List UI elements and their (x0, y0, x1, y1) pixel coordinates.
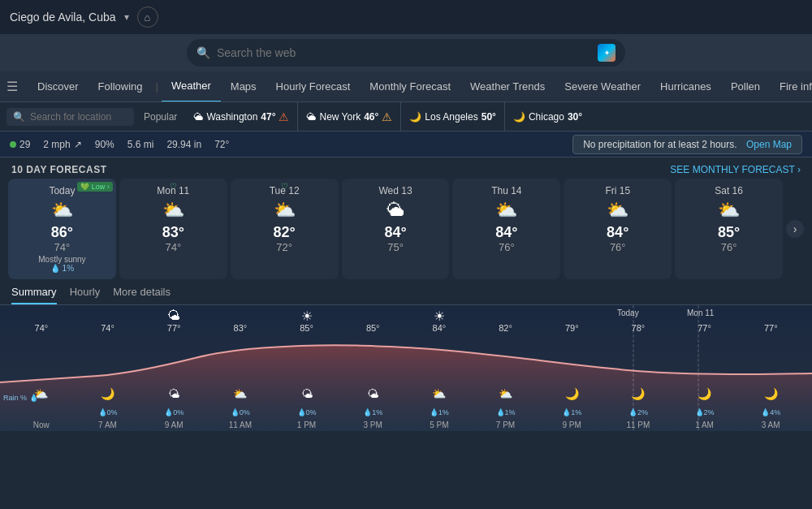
time-9: 11 PM (605, 421, 672, 429)
heart-icon-tue12: ♡ (281, 182, 288, 191)
nav-item-pollen[interactable]: Pollen (721, 71, 770, 102)
chart-temp-6: 84° (406, 323, 473, 333)
forecast-low-tue12: 72° (235, 241, 334, 253)
nav-item-hurricanes[interactable]: Hurricanes (650, 71, 721, 102)
dew-stat: 72° (214, 139, 229, 150)
forecast-icon-mon11: ⛅ (124, 200, 222, 221)
open-map-button[interactable]: Open Map (746, 139, 792, 150)
chart-temp-9: 78° (605, 323, 672, 333)
nav-item-following[interactable]: Following (89, 71, 153, 102)
forecast-icon-today: ⛅ (13, 200, 111, 221)
chart-temp-1: 74° (75, 323, 141, 333)
sun-icon-11 (737, 308, 804, 324)
forecast-day-thu14: Thu 14 (457, 185, 555, 196)
stats-row: 29 2 mph ↗ 90% 5.6 mi 29.94 in 72° No pr… (0, 132, 812, 157)
rain-11: 💧4% (737, 408, 804, 416)
sun-icon-7 (473, 308, 539, 324)
rain-2: 💧0% (140, 408, 207, 416)
location-chicago[interactable]: 🌙 Chicago 30° (505, 102, 590, 132)
chevron-down-icon[interactable]: ▾ (124, 11, 129, 23)
rain-9: 💧2% (605, 408, 672, 416)
visibility-value: 5.6 mi (127, 139, 154, 150)
time-7: 7 PM (473, 421, 539, 429)
forecast-icon-thu14: ⛅ (457, 200, 555, 221)
nav-item-discover[interactable]: Discover (28, 71, 89, 102)
forecast-low-wed13: 75° (347, 241, 445, 253)
monthly-forecast-link[interactable]: SEE MONTHLY FORECAST › (670, 164, 801, 175)
popular-label: Popular (144, 111, 177, 123)
time-6: 5 PM (406, 421, 473, 429)
forecast-high-fri15: 84° (568, 224, 667, 241)
sun-icon-1 (75, 308, 141, 324)
location-newyork[interactable]: 🌥 New York 46° ⚠ (298, 102, 401, 132)
forecast-card-thu14: Thu 14 ⛅ 84° 76° (452, 179, 560, 279)
tab-more-details[interactable]: More details (113, 286, 171, 304)
sun-icon-6: ☀ (406, 308, 473, 324)
forecast-low-thu14: 76° (457, 241, 555, 253)
chart-temp-8: 79° (538, 323, 605, 333)
chicago-name: Chicago (529, 111, 564, 123)
forecast-day-fri15: Fri 15 (568, 185, 667, 196)
search-input[interactable] (217, 46, 591, 59)
precip-text: No precipitation for at least 2 hours. (583, 139, 736, 150)
rain-1: 💧0% (75, 408, 141, 416)
nav-item-trends[interactable]: Weather Trends (460, 71, 555, 102)
forecast-cards-container: Today ⛅ 86° 74° Mostly sunny 💧 1% 💚 Low … (0, 179, 812, 279)
low-badge[interactable]: 💚 Low › (77, 182, 113, 192)
chart-icon-9: 🌙 (605, 387, 672, 400)
rain-4: 💧0% (274, 408, 340, 416)
nav-item-fire[interactable]: Fire information (770, 71, 812, 102)
chart-temp-2: 77° (140, 323, 207, 333)
time-0: Now (8, 421, 75, 429)
location-label: Ciego de Avila, Cuba (10, 11, 116, 24)
hamburger-icon[interactable]: ☰ (6, 79, 18, 94)
time-row: Now 7 AM 9 AM 11 AM 1 PM 3 PM 5 PM 7 PM … (0, 421, 812, 429)
location-search-input[interactable] (30, 111, 127, 123)
rain-label-static: Rain % 💧 -- (3, 394, 45, 402)
location-losangeles[interactable]: 🌙 Los Angeles 50° (401, 102, 505, 132)
home-button[interactable]: ⌂ (137, 6, 158, 28)
newyork-name: New York (319, 111, 361, 123)
forecast-high-wed13: 84° (347, 224, 445, 241)
chart-icon-10: 🌙 (672, 387, 738, 400)
chart-temp-10: 77° (672, 323, 738, 333)
forecast-icon-sat16: ⛅ (680, 200, 778, 221)
forecast-low-fri15: 76° (568, 241, 667, 253)
nav-item-hourly[interactable]: Hourly Forecast (266, 71, 361, 102)
rain-10: 💧2% (672, 408, 738, 416)
tab-hourly[interactable]: Hourly (70, 286, 101, 304)
dew-value: 72° (214, 139, 229, 150)
nav-bar: ☰ Discover Following | Weather Maps Hour… (0, 71, 812, 102)
forecast-card-sat16: Sat 16 ⛅ 85° 76° (675, 179, 783, 279)
chart-icon-2: 🌤 (140, 387, 207, 400)
forecast-card-today: Today ⛅ 86° 74° Mostly sunny 💧 1% 💚 Low … (8, 179, 116, 279)
nav-item-maps[interactable]: Maps (221, 71, 266, 102)
location-washington[interactable]: 🌥 Washington 47° ⚠ (185, 102, 298, 132)
nav-item-weather[interactable]: Weather (162, 71, 221, 102)
forecast-icon-wed13: 🌥 (347, 200, 445, 221)
chart-weather-icons: ⛅ 🌙 🌤 ⛅ 🌤 🌤 ⛅ ⛅ 🌙 🌙 🌙 🌙 (0, 387, 812, 400)
nav-item-monthly[interactable]: Monthly Forecast (360, 71, 460, 102)
aqi-stat: 29 (10, 139, 30, 150)
forecast-header: 10 DAY FORECAST SEE MONTHLY FORECAST › (0, 157, 812, 179)
rain-5: 💧1% (339, 408, 406, 416)
chart-icon-3: ⛅ (207, 387, 274, 400)
sun-icon-2: 🌤 (140, 308, 207, 324)
search-container: 🔍 ✦ (187, 39, 625, 67)
rain-6: 💧1% (406, 408, 473, 416)
time-10: 1 AM (672, 421, 738, 429)
rain-7: 💧1% (473, 408, 539, 416)
chart-icon-11: 🌙 (737, 387, 804, 400)
washington-temp: 47° (261, 111, 275, 123)
search-location[interactable]: 🔍 (6, 108, 134, 126)
sun-icon-0 (8, 308, 75, 324)
forecast-low-today: 74° (13, 241, 111, 253)
sun-icon-10 (672, 308, 738, 324)
newyork-warn-icon: ⚠ (382, 110, 392, 123)
tab-summary[interactable]: Summary (11, 286, 57, 304)
nav-item-severe[interactable]: Severe Weather (555, 71, 650, 102)
chart-area: Today Mon 11 74° 74° 77° 83° 85° 85° 84°… (0, 305, 812, 431)
chart-icon-4: 🌤 (274, 387, 340, 400)
forecast-next-arrow[interactable]: › (786, 220, 804, 238)
washington-alert-icon: ⚠ (279, 110, 289, 123)
